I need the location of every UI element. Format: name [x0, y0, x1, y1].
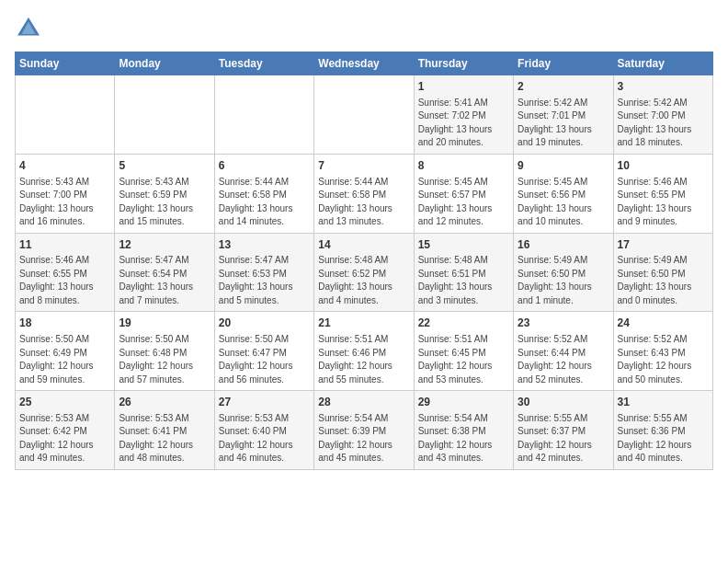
calendar-cell: 2Sunrise: 5:42 AM Sunset: 7:01 PM Daylig…	[514, 75, 613, 155]
day-info: Sunrise: 5:46 AM Sunset: 6:55 PM Dayligh…	[618, 176, 709, 229]
day-info: Sunrise: 5:53 AM Sunset: 6:42 PM Dayligh…	[19, 412, 110, 465]
calendar-cell: 31Sunrise: 5:55 AM Sunset: 6:36 PM Dayli…	[613, 391, 712, 470]
day-number: 6	[219, 158, 310, 174]
day-number: 1	[418, 79, 509, 95]
day-info: Sunrise: 5:43 AM Sunset: 7:00 PM Dayligh…	[19, 176, 110, 229]
calendar-cell: 28Sunrise: 5:54 AM Sunset: 6:39 PM Dayli…	[314, 391, 414, 470]
day-number: 15	[418, 237, 509, 253]
day-number: 29	[418, 395, 509, 410]
weekday-header-monday: Monday	[115, 52, 214, 75]
day-number: 31	[618, 395, 709, 410]
day-number: 24	[618, 316, 709, 331]
day-number: 13	[219, 237, 310, 253]
calendar-cell: 8Sunrise: 5:45 AM Sunset: 6:57 PM Daylig…	[414, 154, 513, 233]
calendar-week-row: 25Sunrise: 5:53 AM Sunset: 6:42 PM Dayli…	[16, 391, 713, 470]
day-info: Sunrise: 5:51 AM Sunset: 6:46 PM Dayligh…	[318, 333, 409, 386]
calendar-cell: 6Sunrise: 5:44 AM Sunset: 6:58 PM Daylig…	[214, 154, 313, 233]
calendar-cell: 3Sunrise: 5:42 AM Sunset: 7:00 PM Daylig…	[613, 75, 712, 155]
weekday-header-row: SundayMondayTuesdayWednesdayThursdayFrid…	[16, 52, 713, 75]
calendar-cell: 21Sunrise: 5:51 AM Sunset: 6:46 PM Dayli…	[314, 312, 414, 391]
day-info: Sunrise: 5:42 AM Sunset: 7:01 PM Dayligh…	[518, 97, 609, 150]
day-number: 2	[518, 79, 609, 95]
calendar-cell: 26Sunrise: 5:53 AM Sunset: 6:41 PM Dayli…	[115, 391, 214, 470]
day-info: Sunrise: 5:47 AM Sunset: 6:53 PM Dayligh…	[219, 254, 310, 307]
day-info: Sunrise: 5:44 AM Sunset: 6:58 PM Dayligh…	[219, 176, 310, 229]
calendar-cell: 18Sunrise: 5:50 AM Sunset: 6:49 PM Dayli…	[16, 312, 115, 391]
weekday-header-thursday: Thursday	[414, 52, 513, 75]
day-info: Sunrise: 5:50 AM Sunset: 6:48 PM Dayligh…	[119, 333, 210, 386]
day-info: Sunrise: 5:49 AM Sunset: 6:50 PM Dayligh…	[618, 254, 709, 307]
day-number: 11	[19, 237, 110, 253]
day-number: 16	[518, 237, 609, 253]
day-number: 28	[318, 395, 409, 410]
day-number: 19	[119, 316, 210, 331]
day-info: Sunrise: 5:41 AM Sunset: 7:02 PM Dayligh…	[418, 97, 509, 150]
day-number: 23	[518, 316, 609, 331]
calendar-cell: 27Sunrise: 5:53 AM Sunset: 6:40 PM Dayli…	[214, 391, 313, 470]
calendar-cell: 11Sunrise: 5:46 AM Sunset: 6:55 PM Dayli…	[16, 233, 115, 312]
calendar-cell: 22Sunrise: 5:51 AM Sunset: 6:45 PM Dayli…	[414, 312, 513, 391]
day-number: 8	[418, 158, 509, 174]
weekday-header-saturday: Saturday	[613, 52, 712, 75]
day-number: 4	[19, 158, 110, 174]
day-info: Sunrise: 5:48 AM Sunset: 6:51 PM Dayligh…	[418, 254, 509, 307]
day-info: Sunrise: 5:54 AM Sunset: 6:39 PM Dayligh…	[318, 412, 409, 465]
day-info: Sunrise: 5:46 AM Sunset: 6:55 PM Dayligh…	[19, 254, 110, 307]
calendar-cell: 29Sunrise: 5:54 AM Sunset: 6:38 PM Dayli…	[414, 391, 513, 470]
calendar-cell: 25Sunrise: 5:53 AM Sunset: 6:42 PM Dayli…	[16, 391, 115, 470]
day-number: 27	[219, 395, 310, 410]
calendar-cell: 12Sunrise: 5:47 AM Sunset: 6:54 PM Dayli…	[115, 233, 214, 312]
calendar-cell: 4Sunrise: 5:43 AM Sunset: 7:00 PM Daylig…	[16, 154, 115, 233]
calendar-week-row: 11Sunrise: 5:46 AM Sunset: 6:55 PM Dayli…	[16, 233, 713, 312]
calendar-cell	[16, 75, 115, 155]
day-info: Sunrise: 5:47 AM Sunset: 6:54 PM Dayligh…	[119, 254, 210, 307]
day-number: 17	[618, 237, 709, 253]
day-number: 14	[318, 237, 409, 253]
calendar-cell: 1Sunrise: 5:41 AM Sunset: 7:02 PM Daylig…	[414, 75, 513, 155]
calendar-cell: 14Sunrise: 5:48 AM Sunset: 6:52 PM Dayli…	[314, 233, 414, 312]
calendar-cell: 16Sunrise: 5:49 AM Sunset: 6:50 PM Dayli…	[514, 233, 613, 312]
logo	[15, 15, 46, 42]
day-info: Sunrise: 5:52 AM Sunset: 6:44 PM Dayligh…	[518, 333, 609, 386]
calendar-cell: 19Sunrise: 5:50 AM Sunset: 6:48 PM Dayli…	[115, 312, 214, 391]
weekday-header-wednesday: Wednesday	[314, 52, 414, 75]
calendar-cell: 9Sunrise: 5:45 AM Sunset: 6:56 PM Daylig…	[514, 154, 613, 233]
day-number: 22	[418, 316, 509, 331]
day-number: 5	[119, 158, 210, 174]
calendar-cell: 23Sunrise: 5:52 AM Sunset: 6:44 PM Dayli…	[514, 312, 613, 391]
calendar-cell	[214, 75, 313, 155]
day-info: Sunrise: 5:52 AM Sunset: 6:43 PM Dayligh…	[618, 333, 709, 386]
calendar-week-row: 1Sunrise: 5:41 AM Sunset: 7:02 PM Daylig…	[16, 75, 713, 155]
calendar-cell: 5Sunrise: 5:43 AM Sunset: 6:59 PM Daylig…	[115, 154, 214, 233]
day-info: Sunrise: 5:54 AM Sunset: 6:38 PM Dayligh…	[418, 412, 509, 465]
calendar-week-row: 4Sunrise: 5:43 AM Sunset: 7:00 PM Daylig…	[16, 154, 713, 233]
day-info: Sunrise: 5:42 AM Sunset: 7:00 PM Dayligh…	[618, 97, 709, 150]
calendar-cell: 7Sunrise: 5:44 AM Sunset: 6:58 PM Daylig…	[314, 154, 414, 233]
weekday-header-friday: Friday	[514, 52, 613, 75]
calendar-cell	[115, 75, 214, 155]
day-number: 18	[19, 316, 110, 331]
day-info: Sunrise: 5:45 AM Sunset: 6:56 PM Dayligh…	[518, 176, 609, 229]
day-info: Sunrise: 5:51 AM Sunset: 6:45 PM Dayligh…	[418, 333, 509, 386]
calendar-cell: 13Sunrise: 5:47 AM Sunset: 6:53 PM Dayli…	[214, 233, 313, 312]
weekday-header-sunday: Sunday	[16, 52, 115, 75]
day-info: Sunrise: 5:43 AM Sunset: 6:59 PM Dayligh…	[119, 176, 210, 229]
day-info: Sunrise: 5:48 AM Sunset: 6:52 PM Dayligh…	[318, 254, 409, 307]
day-info: Sunrise: 5:49 AM Sunset: 6:50 PM Dayligh…	[518, 254, 609, 307]
calendar-cell: 30Sunrise: 5:55 AM Sunset: 6:37 PM Dayli…	[514, 391, 613, 470]
day-info: Sunrise: 5:44 AM Sunset: 6:58 PM Dayligh…	[318, 176, 409, 229]
day-info: Sunrise: 5:53 AM Sunset: 6:41 PM Dayligh…	[119, 412, 210, 465]
calendar-cell	[314, 75, 414, 155]
day-info: Sunrise: 5:55 AM Sunset: 6:37 PM Dayligh…	[518, 412, 609, 465]
day-number: 7	[318, 158, 409, 174]
calendar-week-row: 18Sunrise: 5:50 AM Sunset: 6:49 PM Dayli…	[16, 312, 713, 391]
weekday-header-tuesday: Tuesday	[214, 52, 313, 75]
page-header	[15, 15, 713, 42]
calendar-cell: 15Sunrise: 5:48 AM Sunset: 6:51 PM Dayli…	[414, 233, 513, 312]
day-info: Sunrise: 5:55 AM Sunset: 6:36 PM Dayligh…	[618, 412, 709, 465]
calendar-cell: 24Sunrise: 5:52 AM Sunset: 6:43 PM Dayli…	[613, 312, 712, 391]
day-number: 9	[518, 158, 609, 174]
day-number: 10	[618, 158, 709, 174]
day-info: Sunrise: 5:50 AM Sunset: 6:47 PM Dayligh…	[219, 333, 310, 386]
day-number: 26	[119, 395, 210, 410]
